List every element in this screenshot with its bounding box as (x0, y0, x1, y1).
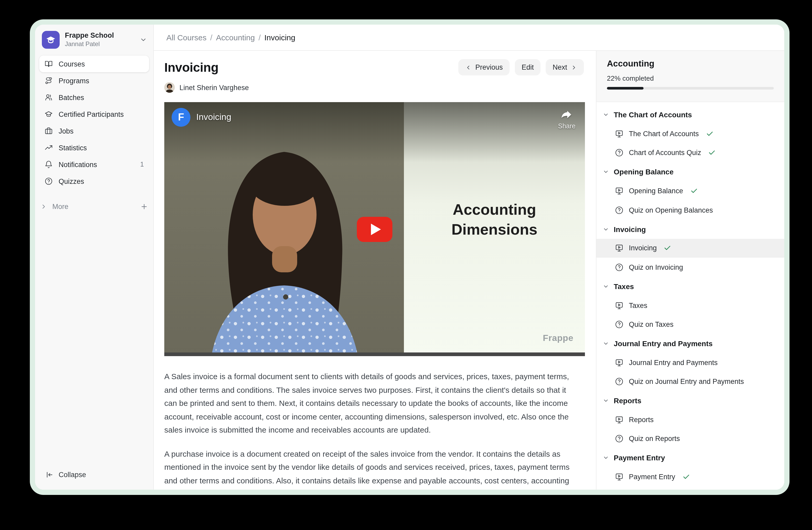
video-progress-bar[interactable] (164, 352, 585, 356)
chevron-down-icon[interactable] (140, 36, 147, 43)
video-title-overlay[interactable]: Invoicing (196, 112, 231, 123)
chevron-down-icon (603, 112, 609, 118)
chevron-right-icon (571, 64, 577, 70)
lesson-toolbar: Previous Edit Next (459, 59, 584, 75)
help-circle-icon (44, 177, 53, 185)
share-button[interactable]: Share (558, 108, 576, 130)
workspace-switcher[interactable]: Frappe School Jannat Patel (35, 25, 153, 54)
outline-section-payment-entry[interactable]: Payment Entry (596, 448, 784, 468)
help-circle-icon (615, 206, 624, 214)
screen: Frappe School Jannat Patel Courses Progr… (0, 0, 812, 530)
trending-up-icon (44, 143, 53, 152)
outline-item-taxes[interactable]: Taxes (596, 296, 784, 315)
chevron-down-icon (603, 455, 609, 461)
lesson-paragraph: A purchase invoice is a document created… (164, 447, 573, 490)
outline-item-the-chart-of-accounts[interactable]: The Chart of Accounts (596, 124, 784, 143)
video-player[interactable]: Accounting Dimensions F Invoicing (164, 102, 585, 356)
app-window-inner: Frappe School Jannat Patel Courses Progr… (35, 25, 784, 490)
course-outline-list: The Chart of Accounts The Chart of Accou… (596, 102, 784, 490)
share-icon (561, 108, 573, 121)
author-row: Linet Sherin Varghese (164, 82, 584, 93)
channel-avatar[interactable]: F (172, 108, 190, 127)
breadcrumb-current: Invoicing (264, 33, 295, 42)
collapse-sidebar-button[interactable]: Collapse (40, 466, 148, 482)
outline-item-payment-entry[interactable]: Payment Entry (596, 468, 784, 487)
notification-count-badge: 1 (140, 161, 144, 168)
check-icon (706, 130, 713, 138)
check-icon (664, 244, 671, 252)
outline-item-quiz-on-journal-entry-and-payments[interactable]: Quiz on Journal Entry and Payments (596, 372, 784, 391)
sidebar-item-courses[interactable]: Courses (39, 56, 149, 72)
sidebar-item-statistics[interactable]: Statistics (39, 139, 149, 156)
sidebar-item-batches[interactable]: Batches (39, 89, 149, 106)
sidebar-item-programs[interactable]: Programs (39, 72, 149, 89)
breadcrumb-accounting[interactable]: Accounting (216, 33, 255, 42)
plus-icon[interactable] (140, 203, 148, 210)
lesson-body: A Sales invoice is a formal document sen… (164, 370, 573, 490)
lesson-content: Invoicing Previous Edit (154, 51, 596, 490)
monitor-play-icon (615, 187, 624, 196)
workspace-title: Frappe School (65, 31, 114, 40)
sidebar-item-quizzes[interactable]: Quizzes (39, 173, 149, 190)
page-title: Invoicing (164, 60, 218, 75)
frappe-watermark: Frappe (543, 333, 574, 344)
outline-section-taxes[interactable]: Taxes (596, 277, 784, 296)
users-icon (44, 93, 53, 102)
book-open-icon (44, 60, 53, 68)
breadcrumb-all-courses[interactable]: All Courses (166, 33, 206, 42)
chevron-right-icon (40, 203, 47, 210)
bell-icon (44, 160, 53, 169)
sidebar-item-more[interactable]: More (35, 198, 153, 214)
outline-item-journal-entry-and-payments[interactable]: Journal Entry and Payments (596, 353, 784, 372)
frappe-school-logo (42, 31, 60, 49)
chevron-down-icon (603, 226, 609, 232)
outline-section-reports[interactable]: Reports (596, 391, 784, 410)
outline-section-the-chart-of-accounts[interactable]: The Chart of Accounts (596, 105, 784, 124)
briefcase-icon (44, 127, 53, 135)
monitor-play-icon (615, 129, 624, 138)
outline-item-opening-balance[interactable]: Opening Balance (596, 181, 784, 200)
monitor-play-icon (615, 358, 624, 367)
outline-item-chart-of-accounts-quiz[interactable]: Chart of Accounts Quiz (596, 143, 784, 163)
graduation-cap-icon (44, 110, 53, 118)
collapse-icon (45, 471, 53, 478)
slide-text: Accounting Dimensions (404, 199, 585, 239)
graduation-cap-icon (45, 34, 57, 45)
outline-item-invoicing[interactable]: Invoicing (596, 239, 784, 258)
help-circle-icon (615, 320, 624, 329)
main-pane: All Courses / Accounting / Invoicing Inv… (154, 25, 784, 490)
outline-section-opening-balance[interactable]: Opening Balance (596, 162, 784, 181)
help-circle-icon (615, 263, 624, 272)
course-title: Accounting (607, 59, 774, 69)
sidebar-item-jobs[interactable]: Jobs (39, 123, 149, 139)
app-window: Frappe School Jannat Patel Courses Progr… (30, 19, 789, 495)
chevron-left-icon (465, 64, 472, 70)
edit-button[interactable]: Edit (515, 59, 541, 75)
next-button[interactable]: Next (546, 59, 584, 75)
outline-item-quiz-on-taxes[interactable]: Quiz on Taxes (596, 315, 784, 334)
monitor-play-icon (615, 244, 624, 253)
brand-text: Frappe School Jannat Patel (65, 31, 114, 48)
video-header: F Invoicing (172, 108, 231, 127)
sidebar: Frappe School Jannat Patel Courses Progr… (35, 25, 154, 490)
check-icon (690, 187, 698, 195)
outline-section-invoicing[interactable]: Invoicing (596, 220, 784, 239)
sidebar-item-notifications[interactable]: Notifications 1 (39, 156, 149, 173)
sidebar-item-certified-participants[interactable]: Certified Participants (39, 106, 149, 123)
check-icon (708, 149, 716, 157)
outline-section-journal-entry-and-payments[interactable]: Journal Entry and Payments (596, 334, 784, 353)
breadcrumb-separator: / (210, 33, 212, 42)
monitor-play-icon (615, 472, 624, 481)
outline-item-reports[interactable]: Reports (596, 410, 784, 430)
more-label: More (52, 203, 69, 210)
monitor-play-icon (615, 415, 624, 424)
help-circle-icon (615, 149, 624, 157)
outline-item-quiz-on-invoicing[interactable]: Quiz on Invoicing (596, 258, 784, 277)
chevron-down-icon (603, 340, 609, 347)
outline-item-quiz-on-reports[interactable]: Quiz on Reports (596, 429, 784, 448)
play-button[interactable] (357, 217, 392, 242)
outline-item-quiz-on-opening-balances[interactable]: Quiz on Opening Balances (596, 200, 784, 220)
previous-button[interactable]: Previous (459, 59, 510, 75)
breadcrumb-separator: / (259, 33, 261, 42)
sidebar-nav: Courses Programs Batches Certified Parti… (35, 54, 153, 190)
